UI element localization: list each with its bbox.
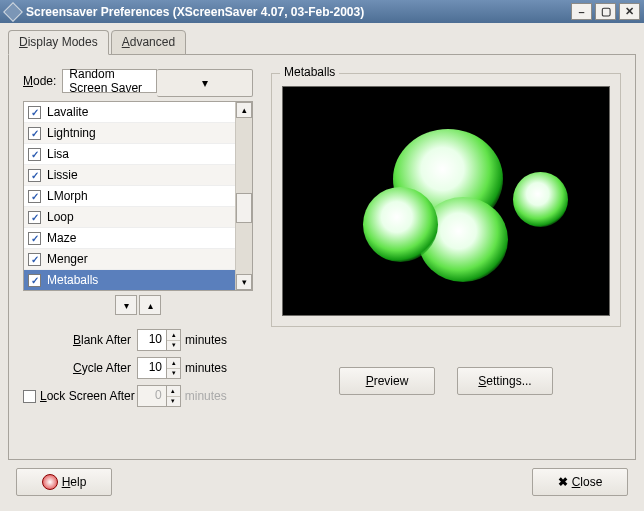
preview-button[interactable]: Preview [339,367,435,395]
chevron-down-icon: ▾ [202,76,208,90]
cycle-after-spinner[interactable]: 10 ▴▾ [137,357,181,379]
spin-up-icon[interactable]: ▴ [167,358,180,369]
tab-advanced[interactable]: Advanced [111,30,186,55]
metaball-blob [513,172,568,227]
settings-button[interactable]: Settings... [457,367,553,395]
tab-advanced-label: dvanced [130,35,175,49]
help-icon [42,474,58,490]
close-button[interactable]: ✖ Close [532,468,628,496]
list-item-label: Loop [47,210,74,224]
blank-after-unit: minutes [185,333,227,347]
list-item-checkbox[interactable]: ✓ [28,106,41,119]
list-item[interactable]: ✓Lavalite [24,102,235,123]
list-item[interactable]: ✓Maze [24,228,235,249]
preview-group-label: Metaballs [280,65,339,79]
list-item-checkbox[interactable]: ✓ [28,211,41,224]
spin-up-icon[interactable]: ▴ [167,330,180,341]
list-item[interactable]: ✓Lissie [24,165,235,186]
scrollbar-thumb[interactable] [236,193,252,223]
minimize-button[interactable]: – [571,3,592,20]
list-move-down-button[interactable]: ▾ [115,295,137,315]
spin-down-icon[interactable]: ▾ [167,341,180,351]
titlebar[interactable]: Screensaver Preferences (XScreenSaver 4.… [0,0,644,23]
list-move-up-button[interactable]: ▴ [139,295,161,315]
window-menu-icon[interactable] [3,2,23,22]
list-item-label: LMorph [47,189,88,203]
close-icon: ✖ [558,475,568,489]
list-item-label: Metaballs [47,273,98,287]
spin-up-icon: ▴ [167,386,180,397]
blank-after-label: Blank After [23,333,131,347]
list-item-label: Menger [47,252,88,266]
list-item-checkbox[interactable]: ✓ [28,253,41,266]
mode-select[interactable]: Random Screen Saver ▾ [62,69,253,93]
list-item-label: Maze [47,231,76,245]
spin-down-icon[interactable]: ▾ [167,369,180,379]
list-item-label: Lissie [47,168,78,182]
mode-label: Mode: [23,74,56,88]
list-item-label: Lightning [47,126,96,140]
list-item[interactable]: ✓Menger [24,249,235,270]
tab-display-modes[interactable]: Display Modes [8,30,109,55]
list-item[interactable]: ✓Lightning [24,123,235,144]
list-item[interactable]: ✓Metaballs [24,270,235,290]
lock-screen-unit: minutes [185,389,227,403]
list-item-checkbox[interactable]: ✓ [28,148,41,161]
list-item-checkbox[interactable]: ✓ [28,127,41,140]
list-item-checkbox[interactable]: ✓ [28,232,41,245]
list-item-checkbox[interactable]: ✓ [28,169,41,182]
scrollbar-down-button[interactable]: ▾ [236,274,252,290]
mode-value: Random Screen Saver [69,67,150,95]
close-button-label: lose [580,475,602,489]
scrollbar-up-button[interactable]: ▴ [236,102,252,118]
metaball-blob [363,187,438,262]
preview-button-label: review [374,374,409,388]
help-button-label: elp [70,475,86,489]
close-window-button[interactable]: ✕ [619,3,640,20]
list-item-checkbox[interactable]: ✓ [28,274,41,287]
mode-dropdown-button[interactable]: ▾ [157,69,253,97]
lock-screen-spinner: 0 ▴▾ [137,385,181,407]
list-scrollbar[interactable]: ▴ ▾ [235,102,252,290]
tab-bar: Display Modes Advanced [8,30,636,55]
scrollbar-track[interactable] [236,118,252,274]
cycle-after-unit: minutes [185,361,227,375]
preview-canvas [282,86,610,316]
help-button[interactable]: Help [16,468,112,496]
lock-screen-value: 0 [137,385,167,407]
preview-group: Metaballs [271,73,621,327]
list-item[interactable]: ✓LMorph [24,186,235,207]
lock-screen-checkbox[interactable] [23,390,36,403]
blank-after-spinner[interactable]: 10 ▴▾ [137,329,181,351]
lock-screen-label: Lock Screen After [40,389,135,403]
screensaver-list: ✓Lavalite✓Lightning✓Lisa✓Lissie✓LMorph✓L… [23,101,253,291]
cycle-after-value[interactable]: 10 [137,357,167,379]
list-item-label: Lisa [47,147,69,161]
spin-down-icon: ▾ [167,397,180,407]
settings-button-label: ettings... [486,374,531,388]
cycle-after-label: Cycle After [23,361,131,375]
list-item[interactable]: ✓Lisa [24,144,235,165]
list-item[interactable]: ✓Loop [24,207,235,228]
list-item-label: Lavalite [47,105,88,119]
list-item-checkbox[interactable]: ✓ [28,190,41,203]
tab-display-label: isplay Modes [28,35,98,49]
blank-after-value[interactable]: 10 [137,329,167,351]
tab-panel: Mode: Random Screen Saver ▾ ✓Lavalite✓Li… [8,54,636,460]
window-title: Screensaver Preferences (XScreenSaver 4.… [26,5,364,19]
maximize-button[interactable]: ▢ [595,3,616,20]
